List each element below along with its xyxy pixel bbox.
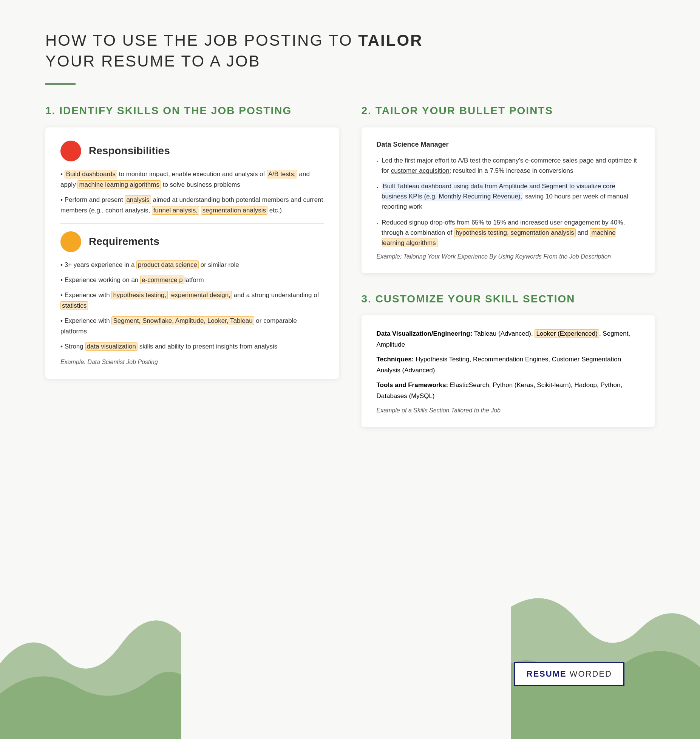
bg-wave-right xyxy=(511,569,700,739)
skills-dataviz: Data Visualization/Engineering: Tableau … xyxy=(377,328,640,350)
highlight-analysis: analysis xyxy=(125,195,151,204)
card-divider xyxy=(60,223,324,224)
bullet-dot-1: · xyxy=(377,155,379,176)
red-circle-icon xyxy=(60,141,81,161)
responsibilities-title: Responsibilities xyxy=(89,145,170,157)
section3-heading: 3. CUSTOMIZE YOUR SKILL SECTION xyxy=(362,292,655,306)
badge-bold: RESUME xyxy=(527,669,567,679)
badge-light: WORDED xyxy=(567,669,612,679)
bullet-dot-3: · xyxy=(377,217,379,248)
highlight-cust-acq: customer acquisition xyxy=(391,167,450,174)
bullet-item-3: · Reduced signup drop-offs from 65% to 1… xyxy=(377,217,640,248)
skills-tools: Tools and Frameworks: ElasticSearch, Pyt… xyxy=(377,380,640,402)
techniques-label: Techniques: xyxy=(377,356,414,363)
req-bullet-3: • Experience with hypothesis testing, ex… xyxy=(60,290,324,311)
section3-card: Data Visualization/Engineering: Tableau … xyxy=(362,315,655,427)
dataviz-label: Data Visualization/Engineering: xyxy=(377,330,473,337)
highlight-funnel: funnel analysis, xyxy=(152,206,199,215)
req-bullet-5: • Strong data visualization skills and a… xyxy=(60,341,324,352)
highlight-statistics: statistics xyxy=(60,301,88,310)
highlight-ecommerce: e-commerce p xyxy=(140,276,184,284)
bg-wave-left xyxy=(0,588,181,739)
section3-example: Example of a Skills Section Tailored to … xyxy=(377,407,640,414)
bullet-text-3: Reduced signup drop-offs from 65% to 15%… xyxy=(382,217,640,248)
resp-bullet-2: • Perform and present analysis aimed at … xyxy=(60,195,324,216)
highlight-ecommerce-2: e-commerce xyxy=(525,157,561,164)
highlight-hypothesis: hypothesis testing, xyxy=(111,291,168,299)
section1-card: Responsibilities • Build dashboards to m… xyxy=(45,127,339,379)
resume-worded-badge: RESUME WORDED xyxy=(514,662,624,686)
left-column: 1. IDENTIFY SKILLS ON THE JOB POSTING Re… xyxy=(45,104,339,398)
section2-card: Data Science Manager · Led the first maj… xyxy=(362,127,655,274)
req-bullet-4: • Experience with Segment, Snowflake, Am… xyxy=(60,316,324,337)
highlight-tableau-row: Built Tableau dashboard using data from … xyxy=(382,182,615,201)
yellow-circle-icon xyxy=(60,231,81,252)
page-title: HOW TO USE THE JOB POSTING TO TAILOR YOU… xyxy=(45,30,655,71)
tools-label: Tools and Frameworks: xyxy=(377,381,448,389)
bullet-text-2: Built Tableau dashboard using data from … xyxy=(382,181,640,212)
responsibilities-header: Responsibilities xyxy=(60,141,324,161)
requirements-list: • 3+ years experience in a product data … xyxy=(60,260,324,352)
requirements-header: Requirements xyxy=(60,231,324,252)
section1-heading: 1. IDENTIFY SKILLS ON THE JOB POSTING xyxy=(45,104,339,118)
section2-heading: 2. TAILOR YOUR BULLET POINTS xyxy=(362,104,655,118)
highlight-segmentation: segmentation analysis xyxy=(201,206,267,215)
highlight-ab-tests: A/B tests; xyxy=(267,170,297,178)
bullet-item-1: · Led the first major effort to A/B test… xyxy=(377,155,640,176)
title-underline xyxy=(45,83,76,85)
highlight-tools: Segment, Snowflake, Amplitude, Looker, T… xyxy=(111,316,254,325)
bullet-text-1: Led the first major effort to A/B test t… xyxy=(382,155,640,176)
responsibilities-list: • Build dashboards to monitor impact, en… xyxy=(60,169,324,216)
skills-techniques: Techniques: Hypothesis Testing, Recommen… xyxy=(377,354,640,376)
req-bullet-1: • 3+ years experience in a product data … xyxy=(60,260,324,270)
bullet-dot-2: · xyxy=(377,181,379,212)
highlight-hyp-testing: hypothesis testing, segmentation analysi… xyxy=(454,228,576,237)
highlight-ml-algorithms: machine learning algorithms xyxy=(77,180,161,189)
highlight-build-dashboards: Build dashboards xyxy=(65,170,117,178)
job-title: Data Science Manager xyxy=(377,141,640,149)
resp-bullet-1: • Build dashboards to monitor impact, en… xyxy=(60,169,324,190)
highlight-exp-design: experimental design, xyxy=(170,291,232,299)
highlight-product-ds: product data science xyxy=(136,260,199,269)
right-column: 2. TAILOR YOUR BULLET POINTS Data Scienc… xyxy=(362,104,655,446)
requirements-title: Requirements xyxy=(89,235,159,248)
req-bullet-2: • Experience working on an e-commerce pl… xyxy=(60,275,324,285)
section2-example: Example: Tailoring Your Work Experience … xyxy=(377,253,640,260)
highlight-looker: Looker (Experienced) xyxy=(535,329,599,338)
bullet-item-2: · Built Tableau dashboard using data fro… xyxy=(377,181,640,212)
section1-example: Example: Data Scientist Job Posting xyxy=(60,359,324,366)
highlight-dataviz: data visualization xyxy=(85,342,138,351)
